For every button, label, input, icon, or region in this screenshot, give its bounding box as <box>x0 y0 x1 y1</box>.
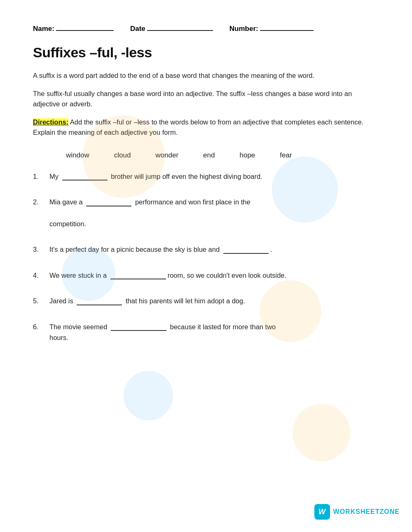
sentence-6: 6. The movie seemed because it lasted fo… <box>33 321 379 343</box>
blank-6[interactable] <box>111 330 166 331</box>
word-bank: window cloud wonder end hope fear <box>66 151 379 159</box>
sentence-3-number: 3. <box>33 244 49 255</box>
header-row: Name: Date Number: <box>33 25 379 33</box>
name-field: Name: <box>33 25 114 33</box>
sentences-section: 1. My brother will jump off even the hig… <box>33 171 379 343</box>
word-end: end <box>203 151 215 159</box>
blank-5[interactable] <box>77 305 122 305</box>
description-2: The suffix-ful usually changes a base wo… <box>33 89 379 110</box>
number-line <box>260 30 314 31</box>
sentence-2-number: 2. <box>33 197 49 207</box>
page-title: Suffixes –ful, -less <box>33 45 379 61</box>
sentence-5: 5. Jared is that his parents will let hi… <box>33 295 379 306</box>
watermark: W WORKSHEETZONE <box>314 504 400 520</box>
sentence-5-number: 5. <box>33 295 49 306</box>
directions-block: Directions: Add the suffix –ful or –less… <box>33 117 379 138</box>
word-wonder: wonder <box>155 151 178 159</box>
number-label: Number: <box>229 25 258 33</box>
blank-1[interactable] <box>62 180 108 180</box>
sentence-6-number: 6. <box>33 321 49 332</box>
name-label: Name: <box>33 25 54 33</box>
date-field: Date <box>130 25 213 33</box>
word-fear: fear <box>280 151 292 159</box>
sentence-2: 2. Mia gave a performance and won first … <box>33 197 379 229</box>
word-cloud: cloud <box>114 151 131 159</box>
word-hope: hope <box>239 151 255 159</box>
sentence-4: 4. We were stuck in a room, so we couldn… <box>33 270 379 281</box>
worksheetzone-text: WORKSHEETZONE <box>333 508 400 516</box>
date-line <box>147 30 213 31</box>
worksheetzone-icon: W <box>314 504 330 520</box>
sentence-3: 3. It's a perfect day for a picnic becau… <box>33 244 379 255</box>
name-line <box>56 30 114 31</box>
sentence-3-text: It's a perfect day for a picnic because … <box>49 244 379 255</box>
sentence-1: 1. My brother will jump off even the hig… <box>33 171 379 182</box>
sentence-2-text: Mia gave a performance and won first pla… <box>49 197 379 229</box>
sentence-1-number: 1. <box>33 171 49 182</box>
sentence-5-text: Jared is that his parents will let him a… <box>49 295 379 306</box>
sentence-6-text: The movie seemed because it lasted for m… <box>49 321 379 343</box>
directions-label: Directions: <box>33 118 68 126</box>
sentence-4-text: We were stuck in a room, so we couldn't … <box>49 270 379 281</box>
blank-4[interactable] <box>110 279 166 279</box>
sentence-4-number: 4. <box>33 270 49 281</box>
number-field: Number: <box>229 25 314 33</box>
blank-3[interactable] <box>223 253 269 254</box>
directions-text: Add the suffix –ful or –less to the word… <box>33 118 363 136</box>
description-1: A suffix is a word part added to the end… <box>33 70 379 81</box>
word-window: window <box>66 151 89 159</box>
sentence-1-text: My brother will jump off even the highes… <box>49 171 379 182</box>
blank-2[interactable] <box>86 206 131 206</box>
date-label: Date <box>130 25 145 33</box>
